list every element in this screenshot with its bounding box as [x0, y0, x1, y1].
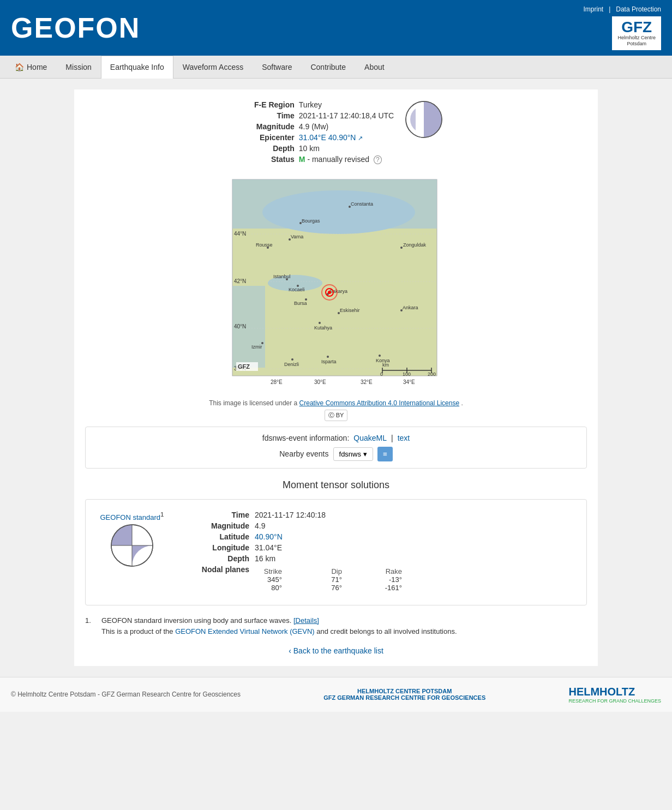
main-content: F-E Region Turkey Time 2021-11-17 12:40:…	[74, 89, 598, 666]
gfz-logo-sub: Helmholtz Centre Potsdam	[617, 35, 656, 47]
nav-mission-label: Mission	[65, 63, 91, 71]
depth-row: Depth 10 km	[229, 144, 394, 153]
imprint-link[interactable]: Imprint	[583, 5, 603, 13]
footer-gfz-title: Helmholtz Centre Potsdam	[323, 688, 485, 694]
gfz-logo-text: GFZ	[617, 20, 656, 35]
map-container: 44°N 42°N 40°N 38°N 28°E 30°E 32°E 34°E …	[85, 177, 587, 421]
svg-text:GFZ: GFZ	[238, 363, 250, 370]
footnote-text1: GEOFON standard inversion using body and…	[101, 616, 291, 625]
depth-value: 10 km	[299, 144, 320, 153]
svg-text:km: km	[382, 362, 389, 368]
mt-beachball	[110, 524, 154, 567]
footer-helmholtz: HELMHOLTZ Research for Grand Challenges	[568, 686, 661, 704]
footer-copyright: © Helmholtz Centre Potsdam - GFZ German …	[11, 691, 241, 698]
nodal-plane-2: 80° 76° -161°	[255, 584, 402, 592]
earthquake-map: 44°N 42°N 40°N 38°N 28°E 30°E 32°E 34°E …	[230, 177, 442, 395]
mt-magnitude-label: Magnitude	[184, 521, 249, 530]
back-link-container: ‹ Back to the earthquake list	[85, 646, 587, 655]
svg-text:Bursa: Bursa	[294, 301, 307, 306]
helmholtz-logo: HELMHOLTZ	[568, 686, 661, 698]
time-row: Time 2021-11-17 12:40:18,4 UTC	[229, 111, 394, 120]
mt-depth-label: Depth	[184, 554, 249, 563]
cc-license-link[interactable]: Creative Commons Attribution 4.0 Interna…	[299, 399, 460, 407]
depth-label: Depth	[229, 144, 295, 153]
epicenter-link[interactable]: 31.04°E 40.90°N	[299, 133, 356, 142]
separator: |	[609, 5, 610, 13]
mt-depth-value: 16 km	[255, 554, 275, 563]
gevn-link[interactable]: GEOFON Extended Virtual Network (GEVN)	[175, 627, 315, 635]
footnote-section: 1. GEOFON standard inversion using body …	[85, 616, 587, 635]
mt-latitude-link[interactable]: 40.90°N	[255, 532, 283, 541]
plane2-strike: 80°	[255, 584, 282, 592]
mt-magnitude-row: Magnitude 4.9	[184, 521, 575, 530]
list-view-button[interactable]: ≡	[377, 447, 393, 461]
plane1-dip: 71°	[315, 575, 342, 584]
mt-time-row: Time 2021-11-17 12:40:18	[184, 511, 575, 519]
status-m: M	[299, 155, 305, 164]
nav-home-label: Home	[27, 63, 47, 71]
svg-text:42°N: 42°N	[234, 278, 246, 284]
dropdown-chevron-icon: ▾	[363, 450, 367, 458]
cc-badge: Ⓒ BY	[325, 410, 348, 421]
magnitude-label: Magnitude	[229, 122, 295, 131]
mt-depth-row: Depth 16 km	[184, 554, 575, 563]
earthquake-info-table: F-E Region Turkey Time 2021-11-17 12:40:…	[229, 100, 394, 166]
moment-tensor-card: GEOFON standard1 Time 2021-11-17 12:40:1…	[85, 499, 587, 605]
mt-nodal-label: Nodal planes	[184, 565, 249, 592]
svg-text:Eskisehir: Eskisehir	[340, 308, 360, 313]
nav-contribute-label: Contribute	[310, 63, 346, 71]
epicenter-label: Epicenter	[229, 133, 295, 142]
svg-text:Istanbul: Istanbul	[273, 274, 291, 279]
mt-footnote-ref: 1	[160, 511, 164, 518]
nav-waveform-access[interactable]: Waveform Access	[173, 56, 253, 78]
status-help-icon[interactable]: ?	[374, 155, 382, 164]
svg-text:28°E: 28°E	[271, 379, 283, 385]
site-title: GEOFON	[11, 11, 140, 44]
svg-text:Bourgas: Bourgas	[302, 218, 320, 224]
footer-gfz-subtitle: GFZ German Research Centre for Geoscienc…	[323, 694, 485, 701]
fdsnws-section: fdsnws-event information: QuakeML | text…	[85, 427, 587, 469]
svg-point-47	[327, 356, 329, 358]
svg-text:Kutahya: Kutahya	[314, 325, 332, 331]
footnote-gevn: This is a product of the GEOFON Extended…	[101, 627, 587, 635]
nav-about[interactable]: About	[355, 56, 394, 78]
back-to-earthquake-list-link[interactable]: ‹ Back to the earthquake list	[289, 646, 383, 655]
time-label: Time	[229, 111, 295, 120]
mt-longitude-row: Longitude 31.04°E	[184, 543, 575, 552]
status-label: Status	[229, 155, 295, 164]
nav-earthquake-info-label: Earthquake Info	[110, 63, 164, 71]
header-right: Imprint | Data Protection GFZ Helmholtz …	[583, 5, 661, 50]
nav-earthquake-info[interactable]: Earthquake Info	[101, 56, 173, 79]
fdsnws-nearby-button[interactable]: fdsnws ▾	[333, 447, 373, 461]
time-value: 2021-11-17 12:40:18,4 UTC	[299, 111, 394, 120]
mt-longitude-value: 31.04°E	[255, 543, 282, 552]
svg-text:200: 200	[428, 371, 436, 377]
details-link[interactable]: [Details]	[293, 616, 319, 625]
mt-latitude-value: 40.90°N	[255, 532, 283, 541]
nav-mission[interactable]: Mission	[56, 56, 100, 78]
header-links: Imprint | Data Protection	[583, 5, 661, 13]
nav-software-label: Software	[262, 63, 292, 71]
home-icon: 🏠	[15, 63, 24, 71]
by-icon: BY	[336, 412, 344, 418]
data-protection-link[interactable]: Data Protection	[616, 5, 661, 13]
header-beachball	[405, 100, 443, 139]
footer: © Helmholtz Centre Potsdam - GFZ German …	[0, 677, 672, 712]
cc-icon: Ⓒ	[328, 411, 334, 419]
nav-software[interactable]: Software	[253, 56, 301, 78]
nav-contribute[interactable]: Contribute	[301, 56, 355, 78]
svg-text:Zonguldak: Zonguldak	[403, 242, 427, 248]
svg-text:34°E: 34°E	[403, 379, 415, 385]
quakeml-link[interactable]: QuakeML	[353, 434, 387, 442]
magnitude-row: Magnitude 4.9 (Mw)	[229, 122, 394, 131]
svg-text:Varna: Varna	[291, 234, 303, 239]
text-link[interactable]: text	[398, 434, 410, 442]
mt-solution-link[interactable]: GEOFON standard	[100, 513, 160, 521]
svg-text:Ankara: Ankara	[403, 305, 418, 310]
nodal-header: Strike Dip Rake	[255, 567, 402, 575]
nav-home[interactable]: 🏠 Home	[5, 56, 56, 78]
plane2-dip: 76°	[315, 584, 342, 592]
svg-point-45	[291, 358, 293, 361]
mt-time-value: 2021-11-17 12:40:18	[255, 511, 326, 519]
svg-text:100: 100	[403, 371, 411, 377]
